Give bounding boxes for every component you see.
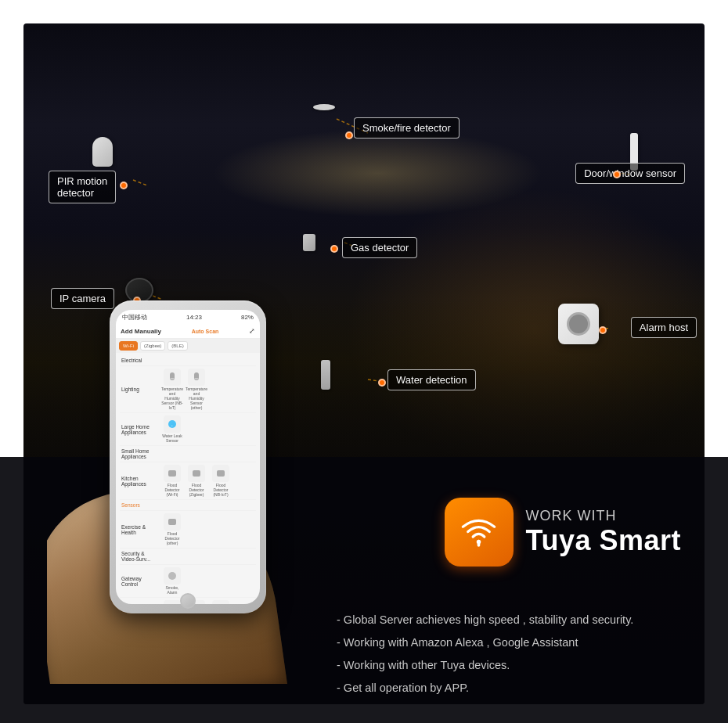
phone-tab-zigbee[interactable]: (Zigbee) (140, 341, 165, 351)
phone-items-gateway: Smoke, Alarm (161, 567, 183, 595)
phone-carrier: 中国移动 (122, 313, 147, 322)
phone-item-smoke3[interactable]: Smoke Detector (NB-IoT) (210, 600, 232, 604)
phone-label-smallhome: Small Home Appliances (121, 448, 157, 459)
phone-tab-wifi[interactable]: Wi-Fi (119, 341, 138, 351)
features-list: - Global Server achieves high speed , st… (337, 609, 689, 700)
phone-outer: 中国移动 14:23 82% Add Manually Auto Scan ⤢ … (110, 300, 266, 613)
work-with-text: WORK WITH (526, 508, 681, 524)
door-sensor-dot (613, 171, 621, 178)
gas-detector-label: Gas detector (342, 237, 417, 258)
phone-label-security: Security & Video-Surv... (121, 551, 157, 562)
flood-icon-other (164, 513, 181, 531)
phone-item-flood4[interactable]: Flood Detector (other) (161, 513, 183, 545)
phone-battery: 82% (241, 314, 254, 321)
svg-text:💧: 💧 (170, 422, 176, 428)
phone-row-exercise: Exercise & Health Flood Detector (other) (120, 511, 256, 549)
phone-label-lighting: Lighting (121, 387, 157, 392)
phone-screen: 中国移动 14:23 82% Add Manually Auto Scan ⤢ … (116, 310, 260, 604)
phone-auto-scan[interactable]: Auto Scan (192, 329, 219, 334)
phone-items-largehome: 💧 Water Leak Sensor (161, 415, 183, 443)
phone-row-smallhome: Small Home Appliances (120, 446, 256, 462)
tuya-smart-text: Tuya Smart (526, 524, 681, 557)
phone-item-smoke-alarm[interactable]: Smoke, Alarm (161, 567, 183, 595)
tuya-logo-svg (457, 511, 500, 554)
phone-home-button[interactable] (180, 593, 196, 609)
phone-item-flood2[interactable]: Flood Detector (Zigbee) (186, 465, 207, 497)
phone-row-security: Security & Video-Surv... (120, 549, 256, 565)
smoke-detector-label: Smoke/fire detector (354, 117, 460, 138)
smoke-icon-3 (212, 600, 229, 604)
gas-dot (330, 245, 338, 253)
phone-time: 14:23 (186, 314, 202, 321)
phone-items-exercise: Flood Detector (other) (161, 513, 183, 545)
smoke-icon-1 (164, 600, 181, 604)
tuya-text-container: WORK WITH Tuya Smart (526, 508, 681, 557)
phone-label-kitchen: Kitchen Appliances (121, 476, 157, 487)
svg-point-16 (168, 572, 176, 580)
tuya-section: WORK WITH Tuya Smart (445, 498, 681, 567)
pir-dot (120, 182, 128, 189)
phone-content: Electrical Lighting Temperature and Humi… (116, 353, 260, 604)
flood-icon-1 (164, 465, 181, 482)
water-dot (378, 379, 386, 387)
phone-items-lighting: Temperature and Humidity Sensor (NB-IoT)… (161, 369, 207, 410)
phone-row-sensors: Sensors (120, 500, 256, 511)
phone-row-kitchen: Kitchen Appliances Flood Detector (Wi-Fi… (120, 462, 256, 500)
temp-humidity-icon-2 (188, 369, 205, 386)
pir-detector-device (92, 137, 113, 167)
smoke-detector-dot (345, 131, 353, 139)
phone-row-lighting: Lighting Temperature and Humidity Sensor… (120, 366, 256, 413)
pir-motion-label: PIR motion detector (49, 171, 116, 203)
alarm-host-device (558, 304, 599, 344)
phone-header: Add Manually Auto Scan ⤢ (116, 324, 260, 339)
gas-detector-device (303, 234, 315, 251)
phone-item-temp2[interactable]: Temperature and Humidity Sensor (other) (186, 369, 207, 410)
phone-container: 中国移动 14:23 82% Add Manually Auto Scan ⤢ … (47, 300, 274, 684)
phone-items-energy: Smoke Detector (Wi-Fi) Smoke Detector (Z… (161, 600, 232, 604)
phone-items-kitchen: Flood Detector (Wi-Fi) Flood Detector (Z… (161, 465, 232, 497)
tuya-logo-icon (445, 498, 514, 567)
main-container: Smoke/fire detector Door/window sensor P… (0, 0, 728, 723)
feature-item-2: - Working with Amazon Alexa , Google Ass… (337, 631, 689, 654)
phone-label-sensors: Sensors (121, 502, 157, 508)
water-detection-label: Water detection (387, 369, 476, 390)
phone-label-electrical: Electrical (121, 358, 157, 363)
phone-tab-ble[interactable]: (BLE) (168, 341, 187, 351)
phone-label-largehome: Large Home Appliances (121, 424, 157, 435)
temp-humidity-icon-1 (164, 369, 181, 386)
svg-rect-12 (168, 470, 176, 477)
smoke-alarm-icon (164, 567, 181, 585)
flood-icon-3 (212, 465, 229, 482)
water-leak-icon: 💧 (164, 415, 181, 433)
phone-label-gateway: Gateway Control (121, 576, 157, 587)
feature-item-4: - Get all operation by APP. (337, 677, 689, 700)
phone-item-waterleaksensor[interactable]: 💧 Water Leak Sensor (161, 415, 183, 443)
svg-point-7 (477, 539, 481, 544)
alarm-host-dot (599, 326, 607, 334)
phone-item-flood1[interactable]: Flood Detector (Wi-Fi) (161, 465, 183, 497)
svg-rect-14 (217, 470, 225, 477)
alarm-host-label: Alarm host (631, 317, 697, 338)
feature-item-1: - Global Server achieves high speed , st… (337, 609, 689, 631)
svg-rect-13 (193, 470, 200, 477)
flood-icon-2 (188, 465, 205, 482)
smoke-detector-device (313, 104, 335, 110)
phone-item-flood3[interactable]: Flood Detector (NB-IoT) (210, 465, 232, 497)
phone-row-electrical: Electrical (120, 355, 256, 366)
phone-status-bar: 中国移动 14:23 82% (116, 310, 260, 324)
phone-expand-icon: ⤢ (249, 327, 255, 335)
water-sensor-device (321, 360, 330, 390)
feature-item-3: - Working with other Tuya devices. (337, 654, 689, 677)
phone-label-exercise: Exercise & Health (121, 524, 157, 535)
phone-tabs: Wi-Fi (Zigbee) (BLE) (116, 339, 260, 353)
phone-row-largehome: Large Home Appliances 💧 Water Leak Senso… (120, 413, 256, 446)
phone-item-temp1[interactable]: Temperature and Humidity Sensor (NB-IoT) (161, 369, 183, 410)
phone-add-manually: Add Manually (121, 328, 161, 335)
svg-rect-15 (168, 519, 176, 525)
door-window-label: Door/window sensor (575, 163, 685, 184)
